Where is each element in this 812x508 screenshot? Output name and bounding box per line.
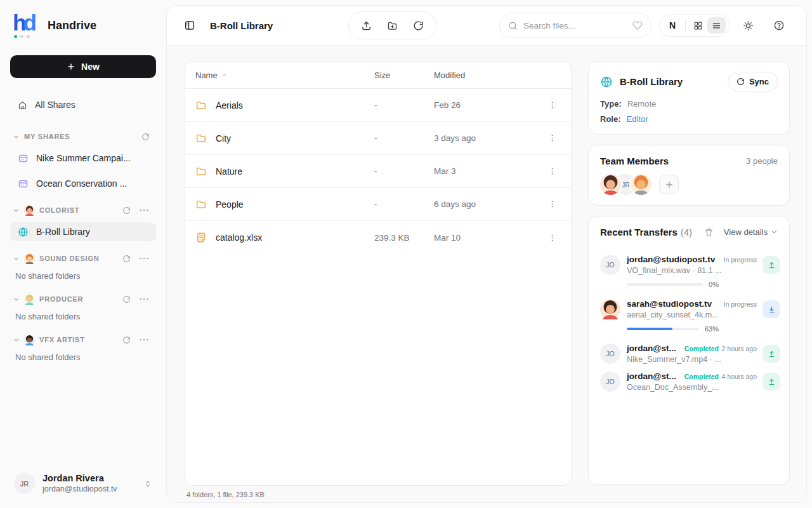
file-row[interactable]: Aerials - Feb 26 [185,89,571,122]
more-icon[interactable]: ··· [140,337,150,343]
row-menu-icon[interactable] [547,199,557,209]
section-vfx-artist[interactable]: VFX ARTIST ··· [10,333,156,347]
heart-icon[interactable] [632,20,643,30]
file-size: - [374,133,434,143]
transfers-title: Recent Transfers [600,227,678,237]
file-size: - [374,100,434,110]
upload-button[interactable] [361,20,372,31]
sidebar-item-all-shares[interactable]: All Shares [10,98,156,112]
file-row[interactable]: Nature - Mar 3 [185,155,571,188]
trash-icon[interactable] [704,227,714,237]
user-menu[interactable]: JR Jordan Rivera jordan@studiopost.tv [10,473,156,494]
refresh-icon[interactable] [122,255,131,263]
file-row[interactable]: City - 3 days ago [185,122,571,155]
transfer-item[interactable]: JO jordan@st... Completed 2 hours ago Ni… [600,344,780,364]
member-avatar[interactable] [600,174,621,195]
section-producer[interactable]: PRODUCER ··· [10,292,156,306]
share-label: B-Roll Library [36,227,90,237]
globe-icon [600,76,613,88]
new-button[interactable]: New [10,55,156,78]
upload-transfer-button[interactable] [763,345,780,363]
transfer-file: Nike_Summer_v7.mp4 · ... [627,355,757,364]
divider [685,20,686,30]
all-shares-label: All Shares [35,100,75,110]
team-members-card: Team Members 3 people JR [588,145,790,206]
new-folder-button[interactable] [387,20,398,31]
team-title: Team Members [600,156,669,166]
profile-letter-button[interactable]: N [663,20,682,30]
main-panel: B-Roll Library N [166,5,807,503]
file-modified: 6 days ago [434,199,543,209]
transfer-avatar: JO [600,371,620,392]
section-my-shares[interactable]: MY SHARES [10,130,156,144]
sidebar-toggle-button[interactable] [184,20,195,31]
sidebar-item-share[interactable]: Ocean Conservation ... [10,174,156,193]
upload-transfer-button[interactable] [763,373,780,391]
transfer-file: Ocean_Doc_Assembly_... [627,383,757,392]
transfer-avatar: JO [600,344,620,364]
transfer-item[interactable]: sarah@studiopost.tv In progress aerial_c… [600,299,780,333]
column-name[interactable]: Name [195,70,374,80]
section-colorist[interactable]: COLORIST ··· [10,203,156,217]
user-email: jordan@studiopost.tv [43,484,117,494]
file-row[interactable]: People - 6 days ago [185,188,571,221]
transfer-item[interactable]: JO jordan@st... Completed 4 hours ago Oc… [600,371,780,392]
more-icon[interactable]: ··· [140,296,150,302]
row-menu-icon[interactable] [547,233,557,243]
section-sound-design[interactable]: SOUND DESIGN ··· [10,251,156,265]
folder-icon [195,133,207,144]
download-arrow-icon [768,305,776,314]
upload-arrow-icon [768,350,776,358]
folder-plus-icon [387,20,398,31]
transfer-status: Completed [684,345,719,352]
add-member-button[interactable] [659,175,679,194]
grid-view-button[interactable] [689,17,707,34]
more-icon[interactable]: ··· [140,207,150,213]
sidebar-item-broll-library[interactable]: B-Roll Library [10,222,156,241]
sidebar-item-share[interactable]: Nike Summer Campai... [10,149,156,168]
type-value: Remote [627,99,657,109]
row-menu-icon[interactable] [547,133,557,143]
upload-transfer-button[interactable] [763,256,780,274]
list-icon [712,21,721,30]
file-modified: 3 days ago [434,133,543,143]
refresh-icon[interactable] [122,206,131,215]
row-menu-icon[interactable] [547,166,557,176]
list-view-button[interactable] [707,17,726,34]
page-title: B-Roll Library [210,20,273,31]
transfer-user: sarah@studiopost.tv [627,299,712,309]
download-transfer-button[interactable] [763,300,780,318]
help-button[interactable] [773,20,785,31]
library-details-card: B-Roll Library Sync Type: Remote Role: E… [588,61,790,135]
recent-transfers-card: Recent Transfers (4) View details JO [588,216,790,485]
section-label: PRODUCER [39,295,83,303]
transfer-user: jordan@st... [627,344,676,353]
role-value[interactable]: Editor [627,114,648,124]
transfer-status: In progress [719,300,757,308]
refresh-button[interactable] [413,20,424,31]
refresh-icon[interactable] [122,295,131,304]
sync-button[interactable]: Sync [728,72,778,91]
folder-icon [195,199,207,210]
empty-note: No shared folders [10,271,156,281]
refresh-icon[interactable] [122,336,131,344]
column-modified[interactable]: Modified [434,70,543,80]
more-icon[interactable]: ··· [140,255,150,262]
transfer-item[interactable]: JO jordan@studiopost.tv In progress VO_f… [600,255,780,288]
file-row[interactable]: catalog.xlsx 239.3 KB Mar 10 [185,221,571,254]
row-menu-icon[interactable] [547,100,557,110]
view-details-button[interactable]: View details [724,227,778,237]
column-size[interactable]: Size [374,70,434,80]
file-size: - [374,166,434,176]
globe-icon [18,227,29,237]
transfer-user: jordan@st... [627,371,676,381]
theme-toggle-button[interactable] [743,20,754,31]
refresh-icon[interactable] [141,133,150,141]
chevron-down-icon [13,296,20,303]
user-name: Jordan Rivera [43,473,117,484]
member-avatar[interactable] [631,174,652,195]
brand: hd Handrive [10,13,156,38]
transfer-status: Completed [684,373,719,380]
search-input[interactable] [523,21,627,30]
section-label: VFX ARTIST [39,336,85,344]
